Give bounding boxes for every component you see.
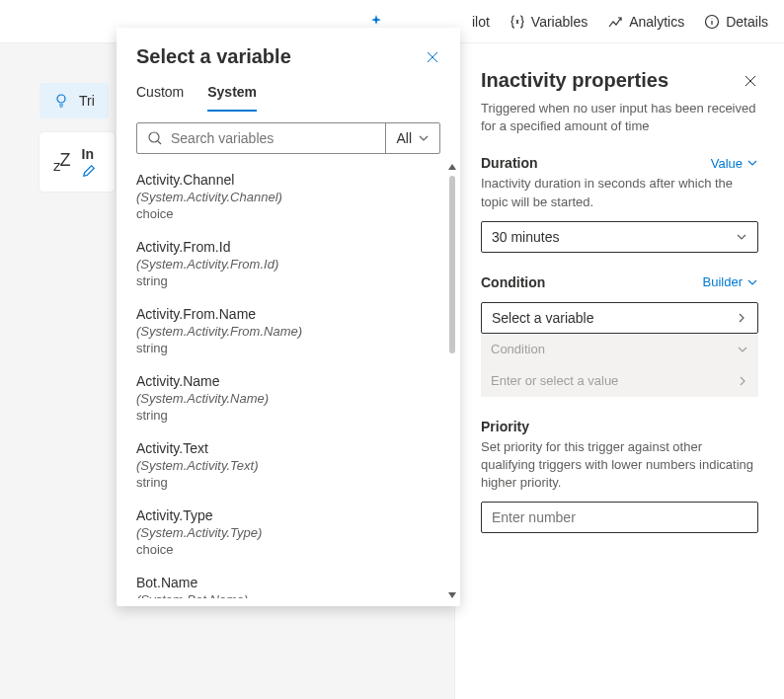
inactivity-card[interactable]: zZ In	[39, 132, 115, 192]
variable-item[interactable]: Activity.Text (System.Activity.Text) str…	[136, 432, 440, 500]
svg-point-1	[57, 95, 65, 103]
chevron-right-icon	[737, 375, 748, 387]
toolbar-details[interactable]: Details	[704, 14, 768, 30]
analytics-label: Analytics	[629, 14, 684, 30]
panel-description: Triggered when no user input has been re…	[481, 100, 758, 135]
duration-mode-link[interactable]: Value	[711, 156, 758, 171]
variable-list: Activity.Channel (System.Activity.Channe…	[117, 164, 460, 598]
duration-desc: Inactivity duration in seconds after whi…	[481, 175, 758, 210]
condition-title: Condition	[481, 274, 545, 290]
variable-picker: Select a variable Custom System All Acti…	[117, 28, 460, 606]
panel-title: Inactivity properties	[481, 69, 668, 92]
scroll-down-icon[interactable]	[448, 592, 456, 598]
condition-operator-dropdown: Condition	[481, 334, 758, 365]
properties-panel: Inactivity properties Triggered when no …	[454, 43, 784, 699]
chevron-right-icon	[736, 312, 747, 324]
duration-dropdown[interactable]: 30 minutes	[481, 221, 758, 253]
close-button[interactable]	[425, 49, 440, 65]
filter-label: All	[396, 130, 412, 146]
popover-title: Select a variable	[136, 45, 291, 68]
variable-item[interactable]: Bot.Name (System.Bot.Name)	[136, 567, 440, 598]
condition-variable-dropdown[interactable]: Select a variable	[481, 302, 758, 334]
svg-point-2	[149, 132, 159, 142]
variables-label: Variables	[531, 14, 588, 30]
toolbar-variables[interactable]: Variables	[510, 14, 588, 30]
popover-tabs: Custom System	[117, 84, 460, 113]
variable-item[interactable]: Activity.Name (System.Activity.Name) str…	[136, 365, 440, 432]
condition-select-label: Select a variable	[492, 310, 594, 326]
duration-title: Duration	[481, 155, 538, 171]
braces-icon	[510, 14, 525, 30]
variable-item[interactable]: Activity.From.Id (System.Activity.From.I…	[136, 231, 440, 298]
close-icon	[743, 73, 758, 89]
condition-mode-link[interactable]: Builder	[703, 274, 758, 289]
condition-value-dropdown: Enter or select a value	[481, 365, 758, 397]
scrollbar[interactable]	[448, 164, 456, 598]
condition-block: Condition Enter or select a value	[481, 334, 758, 397]
search-row: All	[136, 122, 440, 154]
search-input[interactable]	[171, 130, 375, 146]
chevron-down-icon	[418, 132, 430, 144]
chart-icon	[607, 14, 623, 30]
variable-item[interactable]: Activity.Channel (System.Activity.Channe…	[136, 164, 440, 231]
variable-item[interactable]: Activity.Type (System.Activity.Type) cho…	[136, 500, 440, 567]
edit-label-cut: ilot	[472, 14, 490, 30]
scroll-thumb[interactable]	[449, 176, 455, 353]
chevron-down-icon	[746, 276, 758, 288]
info-icon	[704, 14, 720, 30]
tab-custom[interactable]: Custom	[136, 84, 184, 112]
toolbar-analytics[interactable]: Analytics	[607, 14, 684, 30]
close-icon	[425, 49, 440, 65]
chevron-down-icon	[736, 231, 747, 243]
sleep-icon: zZ	[53, 150, 70, 174]
lightbulb-icon	[53, 93, 69, 109]
priority-title: Priority	[481, 419, 529, 434]
scroll-up-icon[interactable]	[448, 164, 456, 170]
priority-input[interactable]	[481, 502, 758, 533]
inactivity-label: In	[82, 146, 96, 162]
priority-desc: Set priority for this trigger against ot…	[481, 438, 758, 493]
trigger-label: Tri	[79, 93, 95, 109]
filter-dropdown[interactable]: All	[385, 123, 439, 153]
trigger-tab[interactable]: Tri	[39, 83, 109, 118]
edit-icon[interactable]	[82, 164, 96, 178]
variable-item[interactable]: Activity.From.Name (System.Activity.From…	[136, 298, 440, 365]
chevron-down-icon	[746, 157, 758, 169]
tab-system[interactable]: System	[207, 84, 257, 112]
chevron-down-icon	[737, 344, 748, 355]
search-icon	[147, 130, 163, 146]
details-label: Details	[726, 14, 768, 30]
duration-value: 30 minutes	[492, 229, 559, 245]
panel-close-button[interactable]	[743, 73, 758, 89]
